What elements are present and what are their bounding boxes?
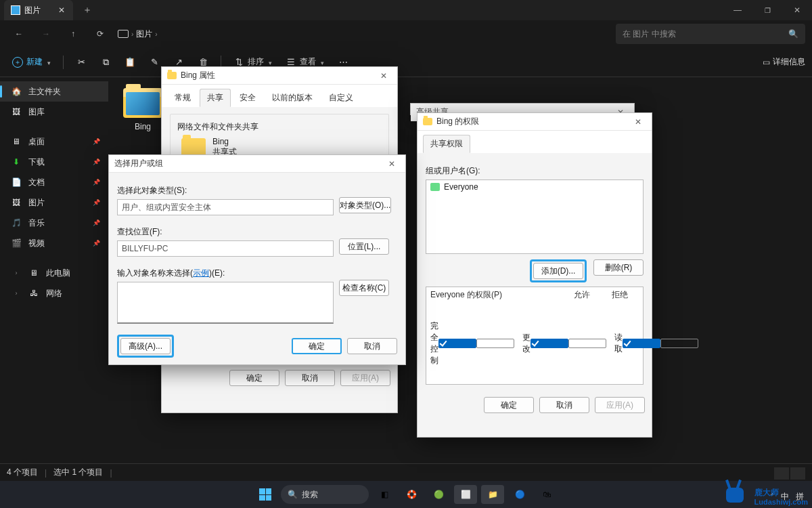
new-tab-button[interactable]: ＋ (83, 4, 92, 16)
taskbar-explorer[interactable]: 📁 (481, 485, 504, 504)
location-field: BILLYFU-PC (117, 240, 334, 257)
tab-share-permissions[interactable]: 共享权限 (423, 135, 470, 153)
sidebar: 🏠主文件夹 🖼图库 🖥桌面📌 ⬇下载📌 📄文档📌 🖼图片📌 🎵音乐📌 🎬视频📌 … (0, 77, 108, 474)
cancel-button[interactable]: 取消 (347, 338, 397, 354)
close-button[interactable]: ✕ (782, 0, 812, 20)
taskbar-store[interactable]: 🛍 (535, 485, 558, 504)
perm-row-full: 完全控制 (426, 303, 518, 384)
minimize-button[interactable]: ― (723, 0, 752, 20)
checkbox-allow[interactable] (438, 339, 476, 348)
start-button[interactable] (254, 485, 277, 504)
close-icon[interactable]: ✕ (384, 159, 400, 169)
search-input[interactable]: 在 图片 中搜索 🔍 (616, 24, 805, 44)
check-names-button[interactable]: 检查名称(C) (339, 280, 389, 296)
users-icon (430, 183, 440, 191)
document-icon: 📄 (11, 177, 22, 188)
new-button[interactable]: ＋ 新建 (7, 52, 56, 72)
taskbar-edge[interactable]: 🔵 (508, 485, 531, 504)
checkbox-deny[interactable] (660, 339, 698, 348)
sidebar-item-documents[interactable]: 📄文档📌 (0, 172, 108, 192)
tab-security[interactable]: 安全 (232, 89, 263, 107)
search-icon: 🔍 (788, 29, 798, 39)
close-icon[interactable]: ✕ (376, 71, 392, 81)
folder-icon (123, 88, 162, 118)
pin-icon: 📌 (93, 219, 100, 226)
remove-button[interactable]: 删除(R) (593, 259, 644, 276)
breadcrumb[interactable]: › 图片 › (118, 28, 158, 40)
close-icon[interactable]: ✕ (630, 117, 646, 127)
close-tab-icon[interactable]: ✕ (58, 5, 65, 15)
window-controls: ― ❐ ✕ (723, 0, 812, 20)
cancel-button[interactable]: 取消 (539, 397, 589, 413)
details-icon: ▭ (763, 58, 770, 67)
location-label: 查找位置(F): (117, 226, 334, 238)
paste-button: 📋 (119, 52, 141, 72)
checkbox-allow[interactable] (623, 339, 660, 348)
tab-title: 图片 (24, 5, 41, 16)
checkbox-deny[interactable] (568, 339, 606, 348)
sidebar-item-home[interactable]: 🏠主文件夹 (0, 81, 108, 102)
sidebar-item-videos[interactable]: 🎬视频📌 (0, 233, 108, 253)
sidebar-item-downloads[interactable]: ⬇下载📌 (0, 152, 108, 172)
sidebar-item-network[interactable]: ›🖧网络 (0, 283, 108, 303)
dialog-titlebar[interactable]: Bing 的权限 ✕ (418, 113, 652, 131)
tab-custom[interactable]: 自定义 (321, 89, 361, 107)
object-type-label: 选择此对象类型(S): (117, 185, 334, 196)
tab-previous[interactable]: 以前的版本 (265, 89, 320, 107)
object-types-button[interactable]: 对象类型(O)... (339, 197, 391, 213)
cancel-button[interactable]: 取消 (285, 370, 335, 386)
folder-icon (423, 118, 432, 125)
dialog-titlebar[interactable]: 选择用户或组 ✕ (109, 155, 405, 173)
chevron-right-icon: › (11, 288, 22, 299)
checkbox-allow[interactable] (531, 339, 568, 348)
refresh-button[interactable]: ⟳ (88, 23, 112, 45)
details-button[interactable]: ▭ 详细信息 (763, 56, 805, 68)
object-names-input[interactable] (117, 282, 334, 324)
ok-button[interactable]: 确定 (292, 338, 342, 354)
sharing-heading: 网络文件和文件夹共享 (177, 122, 258, 131)
picture-icon (11, 5, 20, 15)
taskbar-app[interactable]: ⬜ (454, 485, 477, 504)
pc-icon: 🖥 (28, 268, 39, 278)
ok-button[interactable]: 确定 (484, 397, 534, 413)
picture-icon: 🖼 (11, 197, 22, 208)
taskbar-search[interactable]: 🔍搜索 (281, 485, 369, 504)
breadcrumb-pictures[interactable]: 图片 (136, 28, 152, 40)
sidebar-item-gallery[interactable]: 🖼图库 (0, 102, 108, 122)
dialog-titlebar[interactable]: Bing 属性 ✕ (162, 67, 397, 85)
copy-button[interactable]: ⧉ (95, 52, 116, 72)
select-users-dialog: 选择用户或组 ✕ 选择此对象类型(S): 用户、组或内置安全主体 对象类型(O)… (108, 154, 406, 365)
sidebar-item-thispc[interactable]: ›🖥此电脑 (0, 263, 108, 283)
tab-general[interactable]: 常规 (167, 89, 198, 107)
sidebar-item-pictures[interactable]: 🖼图片📌 (0, 192, 108, 213)
up-button[interactable]: ↑ (61, 23, 85, 45)
task-view-button[interactable]: ◧ (373, 485, 396, 504)
taskbar-app[interactable]: 🟢 (427, 485, 450, 504)
checkbox-deny[interactable] (476, 339, 514, 348)
view-toggle[interactable] (774, 467, 805, 480)
users-listbox[interactable]: Everyone (426, 179, 644, 254)
cut-button[interactable]: ✂ (70, 52, 92, 72)
back-button[interactable]: ← (7, 23, 31, 45)
add-button[interactable]: 添加(D)... (533, 263, 583, 279)
advanced-button[interactable]: 高级(A)... (120, 338, 171, 354)
windows-icon (259, 488, 271, 501)
list-item[interactable]: Everyone (426, 180, 643, 194)
maximize-button[interactable]: ❐ (752, 0, 782, 20)
picture-icon: 🖼 (11, 106, 22, 117)
titlebar: 图片 ✕ ＋ ― ❐ ✕ (0, 0, 812, 20)
taskbar-app[interactable]: 🛟 (400, 485, 423, 504)
folder-bing[interactable]: Bing (118, 88, 168, 131)
tab-pictures[interactable]: 图片 ✕ (4, 0, 73, 20)
ok-button[interactable]: 确定 (229, 370, 279, 386)
example-link[interactable]: 示例 (193, 268, 209, 278)
forward-button[interactable]: → (34, 23, 58, 45)
sidebar-item-music[interactable]: 🎵音乐📌 (0, 213, 108, 233)
music-icon: 🎵 (11, 217, 22, 228)
divider (63, 56, 64, 69)
sidebar-item-desktop[interactable]: 🖥桌面📌 (0, 131, 108, 152)
chevron-right-icon: › (11, 268, 22, 278)
apply-button: 应用(A) (595, 397, 645, 413)
tab-sharing[interactable]: 共享 (200, 89, 231, 107)
locations-button[interactable]: 位置(L)... (339, 238, 389, 255)
